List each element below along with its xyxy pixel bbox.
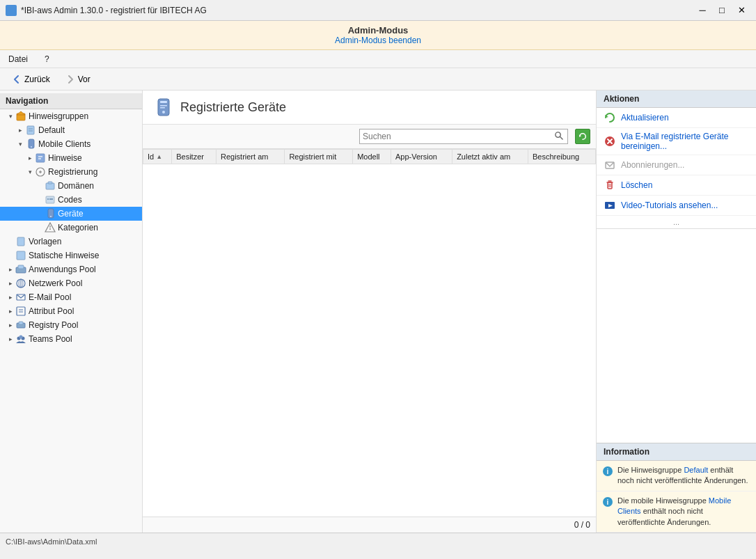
expand-arrow-hinweise[interactable]: ▸	[25, 153, 35, 163]
actions-header: Aktionen	[597, 90, 756, 108]
info-item-info-default: i Die Hinweisgruppe Default enthält noch…	[597, 461, 756, 491]
expand-arrow-default[interactable]: ▸	[15, 125, 25, 135]
nav-icon-teamspool	[15, 333, 26, 345]
expand-arrow-teamspool[interactable]: ▸	[6, 334, 15, 344]
info-header: Information	[597, 443, 756, 461]
sidebar-item-vorlagen[interactable]: Vorlagen	[0, 235, 142, 249]
information-section: Information i Die Hinweisgruppe Default …	[597, 443, 756, 533]
info-link-info-mobile[interactable]: Mobile Clients	[617, 496, 731, 515]
info-link-info-default[interactable]: Default	[684, 466, 708, 474]
sidebar-item-kategorien[interactable]: Kategorien	[0, 221, 142, 235]
nav-icon-registrierung	[35, 166, 46, 178]
expand-arrow-mobile-clients[interactable]: ▾	[15, 139, 25, 149]
back-icon	[12, 74, 22, 84]
action-label-email-bereinigen: Via E-Mail registrierte Geräte bereinige…	[621, 132, 749, 151]
svg-text:i: i	[607, 468, 609, 475]
svg-rect-50	[608, 182, 612, 189]
back-label: Zurück	[24, 74, 50, 84]
search-button[interactable]	[553, 131, 565, 142]
content-title: Registrierte Geräte	[180, 100, 286, 115]
action-email-bereinigen[interactable]: Via E-Mail registrierte Geräte bereinige…	[597, 128, 756, 155]
expand-arrow-registrierung[interactable]: ▾	[25, 167, 35, 177]
sidebar-item-domaenen[interactable]: Domänen	[0, 179, 142, 193]
info-icon-info-default: i	[602, 466, 613, 477]
menu-help[interactable]: ?	[42, 53, 52, 65]
sidebar-item-mobile-clients[interactable]: ▾Mobile Clients	[0, 137, 142, 151]
action-label-abonnierungen: Abonnierungen...	[621, 160, 684, 170]
expand-arrow-netzwerkpool[interactable]: ▸	[6, 278, 15, 288]
sidebar-item-default[interactable]: ▸Default	[0, 123, 142, 137]
action-loeschen[interactable]: Löschen	[597, 175, 756, 196]
sidebar-item-anwendungspool[interactable]: ▸Anwendungs Pool	[0, 262, 142, 276]
svg-point-21	[49, 228, 51, 230]
col-besitzer[interactable]: Besitzer	[172, 150, 216, 164]
action-video-tutorials[interactable]: Video-Tutorials ansehen...	[597, 196, 756, 216]
nav-label-netzwerkpool: Netzwerk Pool	[29, 278, 82, 288]
info-icon-info-mobile: i	[602, 496, 613, 507]
svg-rect-15	[46, 196, 54, 203]
svg-line-45	[560, 136, 562, 139]
info-item-info-mobile: i Die mobile Hinweisgruppe Mobile Client…	[597, 491, 756, 533]
action-abonnierungen[interactable]: Abonnierungen...	[597, 155, 756, 175]
nav-label-codes: Codes	[58, 195, 82, 205]
sidebar-item-attributpool[interactable]: ▸Attribut Pool	[0, 304, 142, 318]
admin-mode-title: Admin-Modus	[0, 25, 756, 36]
sidebar-item-registrypool[interactable]: ▸Registry Pool	[0, 318, 142, 332]
nav-icon-geraete	[45, 208, 56, 219]
maximize-button[interactable]: □	[713, 3, 731, 18]
info-text-info-default: Die Hinweisgruppe Default enthält noch n…	[617, 465, 750, 487]
svg-rect-2	[27, 126, 34, 134]
col-beschreibung[interactable]: Beschreibung	[528, 150, 595, 164]
status-bar: C:\IBI-aws\Admin\Data.xml	[0, 533, 756, 549]
sidebar-item-geraete[interactable]: Geräte	[0, 207, 142, 221]
sidebar-item-hinweisgruppen[interactable]: ▾Hinweisgruppen	[0, 109, 142, 123]
nav-label-registrypool: Registry Pool	[29, 320, 78, 330]
nav-icon-vorlagen	[15, 236, 26, 247]
expand-arrow-hinweisgruppen[interactable]: ▾	[6, 111, 15, 121]
action-label-video-tutorials: Video-Tutorials ansehen...	[621, 200, 718, 210]
info-items: i Die Hinweisgruppe Default enthält noch…	[597, 461, 756, 533]
col-app-version[interactable]: App-Version	[391, 150, 452, 164]
action-aktualisieren[interactable]: Aktualisieren	[597, 108, 756, 128]
sidebar-item-teamspool[interactable]: ▸Teams Pool	[0, 332, 142, 346]
admin-mode-link[interactable]: Admin-Modus beenden	[335, 36, 421, 45]
nav-label-emailpool: E-Mail Pool	[29, 292, 71, 302]
forward-icon	[65, 74, 75, 84]
nav-icon-netzwerkpool	[15, 278, 26, 289]
action-label-loeschen: Löschen	[621, 180, 652, 190]
expand-arrow-attributpool[interactable]: ▸	[6, 306, 15, 316]
col-modell[interactable]: Modell	[353, 150, 391, 164]
title-bar: *IBI-aws Admin 1.30.0 - registriert für …	[0, 0, 756, 21]
search-input[interactable]	[363, 132, 553, 141]
forward-button[interactable]: Vor	[59, 72, 97, 87]
expand-arrow-emailpool[interactable]: ▸	[6, 292, 15, 302]
sidebar-item-registrierung[interactable]: ▾Registrierung	[0, 165, 142, 179]
col-registriert-mit[interactable]: Registriert mit	[285, 150, 353, 164]
svg-point-6	[31, 146, 32, 148]
table-container: Id▲ Besitzer Registriert am Registriert …	[143, 149, 596, 517]
back-button[interactable]: Zurück	[6, 72, 56, 87]
svg-point-38	[19, 336, 23, 339]
sidebar-item-statische-hinweise[interactable]: Statische Hinweise	[0, 249, 142, 262]
sidebar-item-hinweise[interactable]: ▸Hinweise	[0, 151, 142, 165]
menu-datei[interactable]: Datei	[6, 53, 31, 65]
svg-point-43	[162, 111, 165, 113]
nav-label-registrierung: Registrierung	[48, 167, 97, 177]
col-registriert-am[interactable]: Registriert am	[216, 150, 284, 164]
nav-icon-registrypool	[15, 320, 26, 331]
sidebar-item-netzwerkpool[interactable]: ▸Netzwerk Pool	[0, 276, 142, 290]
col-zuletzt-aktiv[interactable]: Zuletzt aktiv am	[452, 150, 528, 164]
minimize-button[interactable]: ─	[693, 3, 711, 18]
refresh-content-button[interactable]	[575, 129, 590, 144]
col-id[interactable]: Id▲	[143, 150, 172, 164]
close-button[interactable]: ✕	[732, 3, 750, 18]
expand-arrow-registrypool[interactable]: ▸	[6, 320, 15, 330]
sidebar-item-codes[interactable]: Codes	[0, 193, 142, 207]
nav-icon-domaenen	[45, 180, 56, 191]
sidebar-item-emailpool[interactable]: ▸E-Mail Pool	[0, 290, 142, 304]
nav-label-statische-hinweise: Statische Hinweise	[29, 251, 99, 260]
svg-rect-23	[17, 237, 24, 246]
expand-arrow-anwendungspool[interactable]: ▸	[6, 265, 15, 274]
nav-icon-attributpool	[15, 306, 26, 317]
admin-banner: Admin-Modus Admin-Modus beenden	[0, 21, 756, 50]
